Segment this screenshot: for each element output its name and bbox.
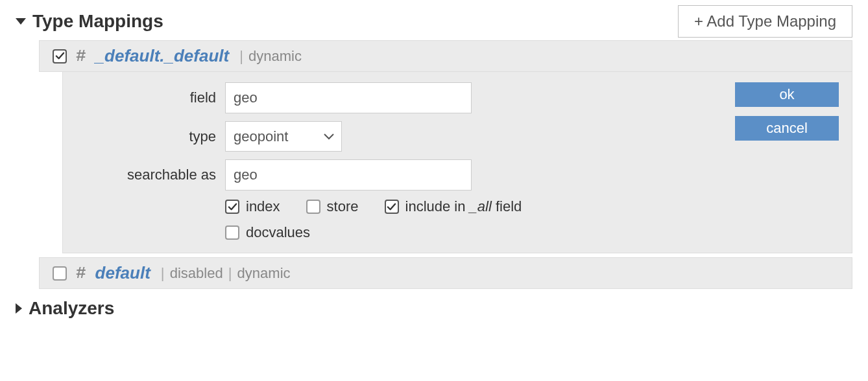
hash-icon: #	[76, 264, 86, 283]
mapping-name: _default._default	[95, 46, 230, 66]
field-label: field	[76, 89, 225, 106]
mapping-name: default	[95, 263, 151, 283]
store-checkbox[interactable]	[306, 200, 320, 214]
cancel-button[interactable]: cancel	[735, 116, 839, 141]
type-mappings-header[interactable]: Type Mappings	[16, 7, 163, 36]
docvalues-label: docvalues	[246, 224, 310, 241]
type-select[interactable]: geopoint	[225, 121, 342, 152]
mapping-enable-checkbox[interactable]	[53, 266, 67, 281]
searchable-as-label: searchable as	[76, 167, 225, 183]
check-icon	[228, 202, 237, 212]
check-icon	[55, 51, 65, 61]
searchable-as-input[interactable]	[225, 159, 472, 190]
ok-button[interactable]: ok	[735, 82, 839, 107]
index-label: index	[246, 198, 280, 215]
hash-icon: #	[76, 47, 86, 66]
mapping-header-default[interactable]: # default | disabled | dynamic	[39, 257, 852, 289]
check-icon	[387, 202, 396, 212]
mapping-meta: | dynamic	[238, 48, 302, 65]
chevron-down-icon	[16, 18, 26, 25]
store-label: store	[327, 198, 359, 215]
mapping-meta: | disabled | dynamic	[160, 265, 291, 282]
include-in-all-label: include in _all field	[405, 198, 522, 215]
type-label: type	[76, 128, 225, 145]
add-type-mapping-button[interactable]: + Add Type Mapping	[678, 5, 852, 38]
index-checkbox[interactable]	[225, 200, 239, 214]
type-mappings-title: Type Mappings	[32, 11, 163, 32]
docvalues-checkbox[interactable]	[225, 225, 239, 240]
analyzers-header[interactable]: Analyzers	[16, 294, 852, 323]
chevron-right-icon	[16, 303, 22, 314]
analyzers-title: Analyzers	[29, 298, 114, 319]
include-in-all-checkbox[interactable]	[385, 200, 399, 214]
field-input[interactable]	[225, 82, 472, 113]
mapping-enable-checkbox[interactable]	[53, 49, 67, 64]
mapping-form: field type geopoint searchable as	[62, 72, 852, 253]
mapping-header-default-default[interactable]: # _default._default | dynamic	[39, 40, 852, 72]
